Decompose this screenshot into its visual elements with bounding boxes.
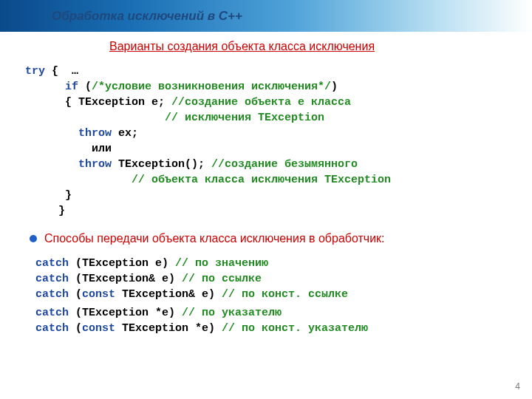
code-text: TException(); — [112, 158, 211, 171]
bullet-icon — [30, 235, 37, 242]
kw-catch: catch — [35, 257, 69, 270]
code-pad — [25, 174, 132, 186]
code-text: (TException *e) — [69, 307, 182, 319]
code-block-try: try { … if (/*условие возникновения искл… — [25, 64, 510, 219]
code-pad — [25, 158, 78, 171]
code-text: } — [25, 205, 65, 217]
code-comment: // исключения TException — [165, 112, 324, 124]
kw-catch: catch — [35, 307, 69, 319]
kw-catch: catch — [35, 288, 69, 301]
code-text: TException& e) — [115, 288, 222, 301]
code-line: catch (const TException& e) // по конст.… — [35, 287, 510, 302]
code-pad — [25, 127, 78, 140]
code-line: // объекта класса исключения TException — [25, 172, 510, 188]
code-line: try { … — [25, 64, 510, 79]
kw-throw: throw — [78, 158, 112, 171]
code-comment: //создание объекта e класса — [171, 96, 351, 109]
code-text: (TException e) — [69, 257, 175, 270]
code-text: ( — [69, 288, 82, 301]
code-line: catch (const TException *e) // по конст.… — [35, 321, 510, 336]
kw-try: try — [25, 65, 45, 78]
code-line: } — [25, 203, 510, 219]
slide-title: Обработка исключений в С++ — [52, 9, 242, 24]
code-line: throw ex; — [25, 126, 510, 141]
section-subhead: Варианты создания объекта класса исключе… — [109, 40, 375, 53]
code-text: (TException& e) — [69, 273, 182, 285]
page-number: 4 — [515, 381, 520, 392]
code-line: throw TException(); //создание безымянно… — [25, 157, 510, 172]
code-text: { … — [45, 65, 78, 78]
code-comment: /*условие возникновения исключения*/ — [92, 81, 331, 93]
code-text: ( — [78, 81, 92, 93]
code-text: { TException e; — [25, 96, 171, 109]
kw-throw: throw — [78, 127, 112, 140]
code-line: if (/*условие возникновения исключения*/… — [25, 79, 510, 95]
kw-catch: catch — [35, 322, 69, 335]
code-text: ) — [331, 81, 338, 93]
code-text: } — [25, 189, 72, 202]
bullet-row: Способы передачи объекта класса исключен… — [30, 232, 510, 245]
bullet-text: Способы передачи объекта класса исключен… — [44, 232, 385, 245]
kw-const: const — [82, 322, 115, 335]
code-comment: // по указателю — [182, 307, 282, 319]
code-line: catch (TException& e) // по ссылке — [35, 271, 510, 287]
kw-if: if — [65, 81, 78, 93]
code-block-catch: catch (TException e) // по значению catc… — [35, 256, 510, 336]
code-line: } — [25, 188, 510, 203]
code-line: или — [25, 141, 510, 157]
code-pad — [25, 81, 65, 93]
code-text: ( — [69, 322, 82, 335]
code-line: catch (TException e) // по значению — [35, 256, 510, 271]
kw-const: const — [82, 288, 115, 301]
code-comment: //создание безымянного — [211, 158, 358, 171]
code-line: { TException e; //создание объекта e кла… — [25, 95, 510, 110]
code-text: TException *e) — [115, 322, 222, 335]
code-pad — [25, 112, 165, 124]
code-text: ex; — [112, 127, 138, 140]
code-comment: // по конст. указателю — [222, 322, 368, 335]
code-comment: // по конст. ссылке — [222, 288, 348, 301]
code-comment: // по ссылке — [182, 273, 262, 285]
code-comment: // объекта класса исключения TException — [132, 174, 391, 186]
code-text: или — [25, 143, 112, 155]
code-line: catch (TException *e) // по указателю — [35, 305, 510, 321]
code-comment: // по значению — [175, 257, 268, 270]
code-line: // исключения TException — [25, 110, 510, 126]
kw-catch: catch — [35, 273, 69, 285]
